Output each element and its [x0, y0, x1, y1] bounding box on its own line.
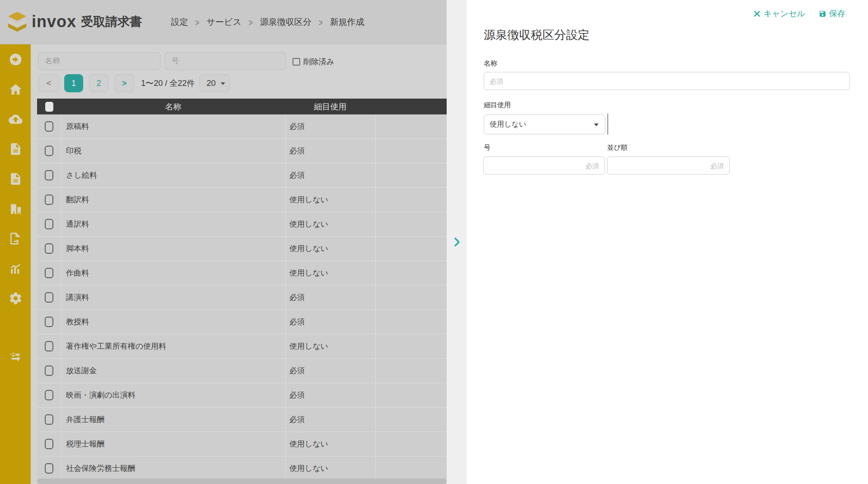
row-empty-cell [375, 334, 447, 358]
detail-usage-label: 細目使用 [484, 101, 511, 109]
row-name-cell: 通訳料 [61, 212, 285, 236]
next-page-button[interactable]: > [114, 74, 134, 92]
row-checkbox[interactable] [45, 390, 53, 400]
row-checkbox[interactable] [45, 463, 53, 474]
table-row[interactable]: 放送謝金 必須 [37, 359, 447, 383]
row-checkbox[interactable] [45, 341, 53, 351]
row-checkbox[interactable] [45, 317, 53, 327]
filter-name-input[interactable] [38, 52, 160, 70]
table-row[interactable]: 脚本料 使用しない [37, 237, 447, 261]
detail-usage-select[interactable]: 使用しない [484, 114, 605, 134]
table-row[interactable]: 原稿料 必須 [37, 114, 447, 139]
withholding-setting-panel: キャンセル 保存 源泉徴収税区分設定 名称 細目使用 使用しない 号 並び順 [467, 0, 868, 484]
cloud-upload-icon[interactable] [7, 110, 24, 128]
row-detail-cell: 使用しない [285, 237, 375, 261]
deleted-filter-checkbox[interactable]: 削除済み [292, 57, 334, 67]
chart-icon[interactable] [7, 260, 24, 277]
row-checkbox[interactable] [45, 170, 53, 180]
row-empty-cell [375, 261, 447, 285]
row-checkbox[interactable] [45, 243, 53, 254]
home-icon[interactable] [7, 81, 24, 98]
row-checkbox[interactable] [45, 219, 53, 229]
withholding-categories-table: 名称 細目使用 原稿料 必須 印税 必須 さし絵料 必須 翻訳料 使用しない 通… [37, 99, 447, 481]
table-header-row: 名称 細目使用 [37, 99, 447, 114]
row-detail-cell: 使用しない [285, 456, 375, 480]
row-checkbox[interactable] [45, 292, 53, 303]
row-checkbox[interactable] [45, 268, 53, 278]
drawer-handle-strip [447, 0, 467, 484]
arrow-circle-right-icon[interactable] [7, 51, 24, 68]
table-row[interactable]: 著作権や工業所有権の使用料 使用しない [37, 334, 447, 359]
building-icon[interactable] [7, 200, 24, 217]
document-icon[interactable] [7, 140, 24, 157]
document-icon[interactable] [7, 170, 24, 187]
row-empty-cell [375, 383, 447, 407]
save-button[interactable]: 保存 [819, 8, 845, 19]
row-empty-cell [375, 188, 447, 212]
row-checkbox[interactable] [45, 121, 53, 132]
table-row[interactable]: 通訳料 使用しない [37, 212, 447, 237]
gear-icon[interactable] [7, 289, 24, 307]
app-logo[interactable]: invox 受取請求書 [6, 11, 142, 33]
number-field[interactable] [483, 157, 605, 175]
table-row[interactable]: 翻訳料 使用しない [37, 188, 447, 212]
column-header-detail: 細目使用 [285, 101, 375, 112]
table-row[interactable]: 印税 必須 [37, 139, 447, 163]
brand-name: invox [32, 12, 76, 31]
row-detail-cell: 必須 [285, 310, 375, 334]
table-row[interactable]: 弁護士報酬 必須 [37, 408, 447, 432]
table-row[interactable]: 社会保険労務士報酬 使用しない [37, 456, 447, 481]
breadcrumb-separator: > [319, 17, 323, 27]
page-2-button[interactable]: 2 [89, 74, 108, 92]
breadcrumb-settings[interactable]: 設定 [171, 16, 188, 28]
name-field-label: 名称 [484, 59, 497, 68]
breadcrumb-new: 新規作成 [330, 16, 364, 28]
row-empty-cell [375, 212, 447, 236]
breadcrumb-withholding-category[interactable]: 源泉徴収区分 [260, 16, 311, 28]
table-row[interactable]: 映画・演劇の出演料 必須 [37, 383, 447, 408]
row-checkbox[interactable] [45, 414, 53, 425]
exchange-icon[interactable] [7, 348, 24, 365]
table-row[interactable]: 講演料 必須 [37, 285, 447, 310]
select-all-checkbox[interactable] [45, 102, 53, 112]
page-size-select[interactable]: 20 [199, 74, 230, 92]
row-empty-cell [375, 359, 447, 383]
prev-page-button[interactable]: < [38, 74, 59, 92]
row-name-cell: 原稿料 [61, 114, 285, 138]
row-empty-cell [375, 432, 447, 456]
cancel-button[interactable]: キャンセル [753, 8, 805, 19]
cancel-label: キャンセル [764, 8, 805, 19]
chevron-right-icon[interactable] [451, 235, 463, 249]
breadcrumb: 設定 > サービス > 源泉徴収区分 > 新規作成 [171, 16, 364, 28]
page-1-button[interactable]: 1 [64, 74, 83, 92]
order-field-label: 並び順 [607, 143, 627, 152]
horizontal-scrollbar[interactable] [37, 479, 447, 484]
file-export-icon[interactable] [7, 230, 24, 247]
row-detail-cell: 必須 [285, 114, 375, 138]
row-name-cell: さし絵料 [61, 163, 285, 187]
breadcrumb-separator: > [249, 17, 253, 27]
row-detail-cell: 必須 [285, 163, 375, 187]
row-checkbox[interactable] [45, 365, 53, 376]
table-row[interactable]: 教授料 必須 [37, 310, 447, 334]
row-detail-cell: 必須 [285, 359, 375, 383]
filter-number-input[interactable] [165, 52, 286, 70]
row-checkbox[interactable] [45, 195, 53, 205]
table-row[interactable]: 税理士報酬 使用しない [37, 432, 447, 456]
row-checkbox[interactable] [45, 146, 53, 156]
brand-suffix: 受取請求書 [81, 14, 142, 30]
breadcrumb-service[interactable]: サービス [207, 16, 241, 28]
table-row[interactable]: 作曲料 使用しない [37, 261, 447, 285]
order-field[interactable] [607, 157, 730, 175]
table-row[interactable]: さし絵料 必須 [37, 163, 447, 188]
table-body: 原稿料 必須 印税 必須 さし絵料 必須 翻訳料 使用しない 通訳料 使用しない… [37, 114, 447, 481]
save-icon [819, 10, 826, 18]
checkbox-icon[interactable] [292, 58, 300, 66]
name-field[interactable] [484, 72, 850, 90]
row-empty-cell [375, 139, 447, 163]
row-name-cell: 翻訳料 [61, 188, 285, 212]
pagination-range-text: 1〜20 / 全22件 [141, 78, 195, 89]
list-content: 削除済み < 1 2 > 1〜20 / 全22件 20 名称 細目使用 原稿料 … [31, 44, 447, 484]
row-checkbox[interactable] [45, 439, 53, 449]
row-empty-cell [375, 237, 447, 261]
